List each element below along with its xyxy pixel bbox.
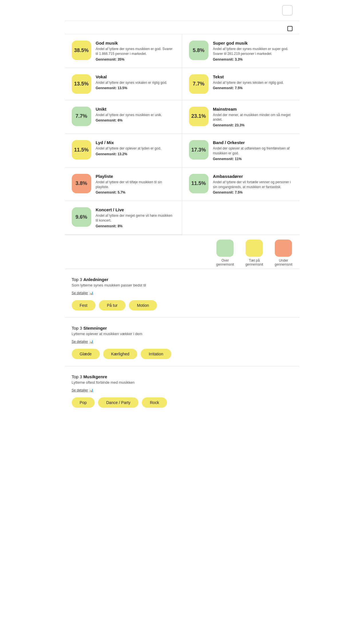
metric-desc: Andel af lyttere der vil tilføje musikke…	[96, 180, 175, 190]
metric-cell: 13.5% Vokal Andel af lyttere der synes v…	[65, 68, 182, 100]
see-details-link[interactable]: Se detaljer 📊	[72, 388, 94, 392]
top3-category: Musikgenre	[83, 374, 107, 379]
metric-cell: 9.6% Koncert / Live Andel af lyttere der…	[65, 201, 182, 235]
metric-avg: Gennemsnit: 8%	[96, 224, 175, 228]
top3-tags: GlædeKærlighedIrritation	[72, 349, 293, 359]
tag-pill: Irritation	[141, 349, 171, 359]
header	[65, 0, 299, 21]
metric-badge: 5.8%	[189, 41, 208, 60]
top3-subtitle: Lytterne oplever at musikken vækker i de…	[72, 332, 293, 336]
metric-badge: 11.5%	[189, 174, 208, 193]
see-details-link[interactable]: Se detaljer 📊	[72, 291, 94, 295]
top3-subtitle: Som lytterne synes musikken passer bedst…	[72, 283, 293, 287]
top3-section: Top 3 Anledninger Som lytterne synes mus…	[65, 269, 299, 318]
metric-info: Unikt Andel af lyttere der synes musikke…	[96, 107, 175, 123]
metric-title: Super god musik	[213, 41, 293, 45]
metric-title: Vokal	[96, 74, 175, 79]
metric-info: Mainstream Andel der mener, at musikken …	[213, 107, 293, 128]
metric-avg: Gennemsnit: 7.5%	[213, 190, 293, 194]
metric-cell: 38.5% God musik Andel af lyttere der syn…	[65, 34, 182, 68]
metric-title: Band / Orkester	[213, 140, 293, 145]
legend-item: Under gennemsnit	[275, 240, 292, 266]
metric-badge: 9.6%	[72, 207, 91, 227]
metric-cell: 11.5% Ambassadører Andel af lyttere der …	[182, 168, 299, 201]
metric-avg: Gennemsnit: 5.7%	[96, 190, 175, 194]
legend-badge	[246, 240, 263, 257]
metric-title: Playliste	[96, 174, 175, 179]
metric-desc: Andel der mener, at musikken minder om s…	[213, 113, 293, 122]
metric-desc: Andel af lyttere der synes vokalen er ri…	[96, 80, 175, 85]
top3-section: Top 3 Musikgenre Lytterne oftest forbind…	[65, 366, 299, 419]
top3-category: Stemninger	[83, 326, 107, 331]
legend-item: Tæt på gennemsnit	[245, 240, 263, 266]
see-details-link[interactable]: Se detaljer 📊	[72, 340, 94, 344]
legend-label: Over gennemsnit	[216, 258, 234, 266]
metric-desc: Andel af lyttere der synes musikken er s…	[213, 47, 293, 56]
legend-label: Tæt på gennemsnit	[245, 258, 263, 266]
metric-badge: 38.5%	[72, 41, 91, 60]
metric-badge: 3.8%	[72, 174, 91, 193]
metric-info: God musik Andel af lyttere der synes mus…	[96, 41, 175, 61]
metric-avg: Gennemsnit: 11%	[213, 157, 293, 161]
metric-desc: Andel af lyttere der synes musikken er u…	[96, 113, 175, 118]
metric-badge: 23.1%	[189, 107, 208, 126]
tag-pill: Pop	[72, 397, 95, 408]
top3-tags: FestPå turMotion	[72, 300, 293, 310]
top3-tags: PopDance / PartyRock	[72, 397, 293, 408]
metric-info: Koncert / Live Andel af lyttere der mege…	[96, 207, 175, 228]
metric-info: Playliste Andel af lyttere der vil tilfø…	[96, 174, 175, 195]
legend-item: Over gennemsnit	[216, 240, 234, 266]
tag-pill: Dance / Party	[98, 397, 138, 408]
metric-title: Ambassadører	[213, 174, 293, 179]
tag-pill: Glæde	[72, 349, 100, 359]
metric-title: Mainstream	[213, 107, 293, 112]
top3-section: Top 3 Stemninger Lytterne oplever at mus…	[65, 318, 299, 366]
metric-title: Tekst	[213, 74, 293, 79]
metric-title: God musik	[96, 41, 175, 45]
metric-desc: Andel af lyttere der synes musikken er g…	[96, 47, 175, 56]
legend-badge	[216, 240, 234, 257]
tag-pill: Motion	[129, 300, 157, 310]
legend-row: Over gennemsnit Tæt på gennemsnit Under …	[65, 235, 299, 269]
legend-label: Under gennemsnit	[275, 258, 292, 266]
metric-info: Vokal Andel af lyttere der synes vokalen…	[96, 74, 175, 90]
top3-header: Top 3 Stemninger	[72, 326, 293, 331]
metric-cell: 17.3% Band / Orkester Andel der oplever …	[182, 134, 299, 168]
metric-badge: 7.7%	[72, 107, 91, 126]
metric-badge: 17.3%	[189, 140, 208, 160]
metric-title: Lyd / Mix	[96, 140, 175, 145]
top3-subtitle: Lytterne oftest forbinde med musikken	[72, 380, 293, 385]
metric-desc: Andel af lyttere der meget gerne vil hør…	[96, 213, 175, 223]
metric-avg: Gennemsnit: 6%	[96, 118, 175, 122]
metric-desc: Andel af lyttere der oplever at lyden er…	[96, 146, 175, 151]
metric-desc: Andel af lyttere der synes teksten er ri…	[213, 80, 293, 85]
metric-title: Koncert / Live	[96, 207, 175, 212]
metric-desc: Andel af lyttere der vil fortælle venner…	[213, 180, 293, 190]
collapse-button[interactable]	[282, 5, 293, 15]
compare-checkbox[interactable]	[287, 26, 293, 31]
tag-pill: Kærlighed	[103, 349, 138, 359]
metric-cell: 11.5% Lyd / Mix Andel af lyttere der opl…	[65, 134, 182, 168]
tag-pill: På tur	[99, 300, 126, 310]
metric-desc: Andel der oplever at udførelsen og fremf…	[213, 146, 293, 156]
top3-category: Anledninger	[83, 277, 108, 282]
metric-cell: 5.8% Super god musik Andel af lyttere de…	[182, 34, 299, 68]
metric-info: Band / Orkester Andel der oplever at udf…	[213, 140, 293, 161]
compare-bar	[65, 21, 299, 34]
legend-badge	[275, 240, 292, 257]
metric-cell: 3.8% Playliste Andel af lyttere der vil …	[65, 168, 182, 201]
metric-badge: 13.5%	[72, 74, 91, 94]
chart-icon: 📊	[89, 291, 94, 295]
metrics-grid: 38.5% God musik Andel af lyttere der syn…	[65, 34, 299, 235]
tag-pill: Rock	[142, 397, 167, 408]
metric-avg: Gennemsnit: 7.5%	[213, 86, 293, 90]
metric-info: Super god musik Andel af lyttere der syn…	[213, 41, 293, 61]
top3-header: Top 3 Anledninger	[72, 277, 293, 282]
metric-info: Lyd / Mix Andel af lyttere der oplever a…	[96, 140, 175, 156]
metric-badge: 7.7%	[189, 74, 208, 94]
tag-pill: Fest	[72, 300, 96, 310]
chart-icon: 📊	[89, 340, 94, 344]
metric-cell: 7.7% Unikt Andel af lyttere der synes mu…	[65, 100, 182, 134]
chart-icon: 📊	[89, 388, 94, 392]
metric-avg: Gennemsnit: 13.2%	[96, 152, 175, 156]
